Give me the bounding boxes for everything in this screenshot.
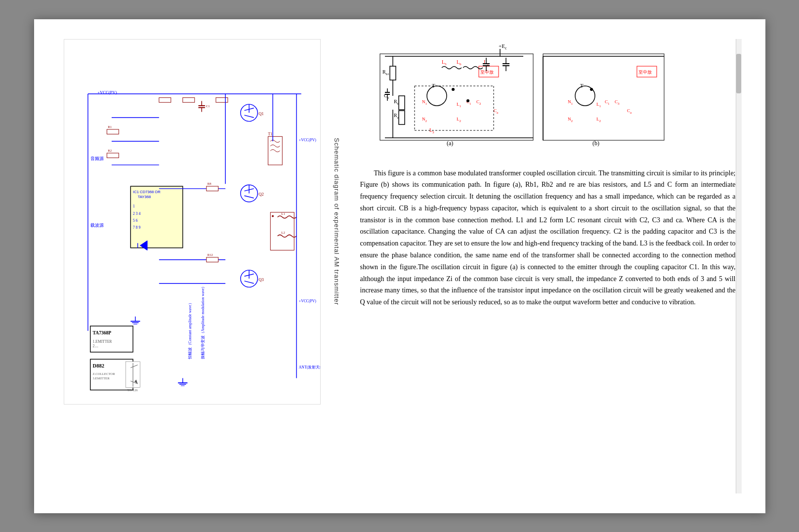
svg-text:C1: C1	[206, 104, 210, 107]
svg-text:R8: R8	[207, 182, 211, 185]
svg-text:振幅与华变波（Amplitude modulation wa: 振幅与华变波（Amplitude modulation wave）	[200, 284, 205, 359]
svg-text:Q2: Q2	[258, 192, 264, 197]
circuit-title-vertical: Schematic diagram of experimental AM tra…	[333, 39, 340, 405]
svg-text:恒幅波（Constant amplitude wave）: 恒幅波（Constant amplitude wave）	[188, 301, 192, 360]
svg-rect-93	[390, 66, 396, 80]
svg-text:T: T	[432, 82, 435, 88]
svg-point-138	[590, 88, 593, 91]
page-container: IC1 CD7368 OR TAY368 1 2 3 4 5 6 7 8 9	[34, 19, 765, 513]
top-circuit-svg: +Ec Rb1 L5 L6 L3 T	[360, 39, 667, 148]
svg-rect-103	[399, 111, 405, 124]
svg-point-120	[452, 88, 455, 91]
main-circuit-svg: IC1 CD7368 OR TAY368 1 2 3 4 5 6 7 8 9	[64, 39, 321, 405]
svg-text:2  3  4: 2 3 4	[133, 211, 140, 215]
svg-text:+VCC(PV): +VCC(PV)	[298, 299, 316, 303]
svg-text:2....: 2....	[92, 344, 98, 348]
svg-rect-44	[215, 97, 227, 102]
svg-text:1: 1	[133, 204, 135, 208]
svg-rect-43	[182, 97, 194, 102]
svg-rect-76	[206, 186, 218, 191]
svg-text:IC1 CD7368 OR: IC1 CD7368 OR	[133, 190, 161, 194]
svg-text:Q3: Q3	[258, 277, 264, 282]
svg-rect-42	[159, 97, 170, 102]
scrollbar-thumb[interactable]	[736, 54, 741, 93]
svg-text:Q1: Q1	[258, 111, 264, 116]
svg-rect-78	[206, 257, 218, 262]
right-panel: +Ec Rb1 L5 L6 L3 T	[360, 39, 736, 493]
svg-text:TA7368P: TA7368P	[92, 330, 111, 335]
svg-text:D882: D882	[92, 363, 104, 368]
svg-rect-101	[399, 96, 405, 110]
svg-text:3.EMITTER: 3.EMITTER	[92, 376, 110, 380]
svg-text:TAY368: TAY368	[137, 195, 151, 199]
left-panel: IC1 CD7368 OR TAY368 1 2 3 4 5 6 7 8 9	[64, 39, 340, 493]
svg-text:(b): (b)	[592, 140, 599, 147]
description-paragraph: This figure is a common base modulated t…	[360, 167, 736, 309]
svg-text:R1: R1	[108, 125, 112, 128]
svg-text:至中放: 至中放	[638, 70, 652, 75]
svg-rect-33	[107, 129, 119, 134]
svg-text:TO-126: TO-126	[127, 388, 138, 392]
svg-text:音频源: 音频源	[90, 156, 103, 161]
description-text: This figure is a common base modulated t…	[360, 167, 736, 309]
scrollbar[interactable]	[736, 39, 742, 493]
circuit-title-text: Schematic diagram of experimental AM tra…	[333, 138, 340, 305]
top-circuit-diagrams: +Ec Rb1 L5 L6 L3 T	[360, 39, 736, 148]
svg-text:L2: L2	[281, 230, 285, 234]
svg-text:R12: R12	[207, 253, 212, 256]
svg-text:+VCC(PV): +VCC(PV)	[97, 90, 117, 95]
svg-text:Z.COLLECTOR: Z.COLLECTOR	[92, 371, 115, 375]
svg-text:R2: R2	[108, 149, 112, 152]
svg-rect-89	[360, 39, 667, 148]
svg-text:5  6: 5 6	[133, 218, 138, 223]
svg-text:ANT(发射天线/AERIAL): ANT(发射天线/AERIAL)	[298, 365, 320, 369]
svg-point-121	[466, 99, 469, 102]
svg-rect-35	[107, 153, 119, 158]
main-circuit-area: IC1 CD7368 OR TAY368 1 2 3 4 5 6 7 8 9	[64, 39, 329, 407]
svg-text:+VCC(PV): +VCC(PV)	[298, 137, 316, 142]
svg-text:至中放: 至中放	[480, 70, 494, 75]
svg-text:7  8  9: 7 8 9	[133, 225, 140, 230]
svg-text:T1: T1	[268, 132, 272, 136]
svg-text:T: T	[580, 82, 584, 88]
svg-text:1.EMITTER: 1.EMITTER	[92, 339, 112, 343]
svg-text:载波源: 载波源	[90, 222, 103, 227]
svg-text:(a): (a)	[447, 140, 453, 147]
svg-point-81	[272, 215, 274, 217]
